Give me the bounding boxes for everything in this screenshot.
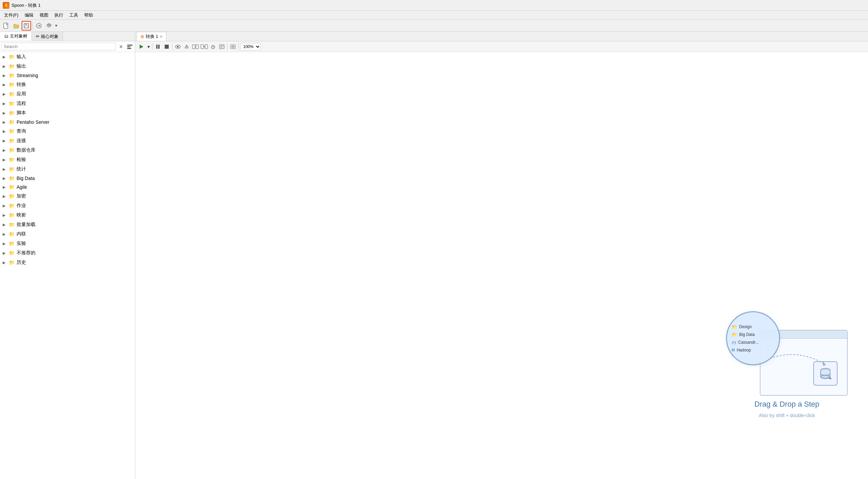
svg-point-32 — [821, 375, 830, 379]
svg-rect-18 — [201, 45, 204, 49]
timer-btn[interactable] — [209, 43, 217, 51]
tree-item[interactable]: ▶ 📁 输出 — [0, 62, 135, 71]
svg-rect-7 — [127, 48, 131, 49]
ctb-sep1 — [152, 43, 153, 50]
expand-arrow-3: ▶ — [3, 83, 7, 87]
dnd-bigdata-label: Big Data — [739, 332, 755, 337]
tree-item[interactable]: ▶ 📁 脚本 — [0, 108, 135, 118]
dnd-subtitle: Also try shift + double-click — [759, 413, 815, 418]
folder-icon-12: 📁 — [9, 166, 15, 172]
open-file-button[interactable] — [11, 21, 21, 30]
canvas-tab-close[interactable]: ✕ — [160, 35, 163, 39]
main-layout: 🗂 主对象树 ✏ 核心对象 ✕ ▶ 📁 输入 — [0, 32, 868, 479]
tab-core-objects[interactable]: ✏ 核心对象 — [32, 32, 63, 41]
svg-marker-34 — [822, 361, 826, 366]
svg-rect-2 — [25, 23, 27, 25]
run-button[interactable] — [137, 43, 145, 51]
svg-rect-9 — [156, 45, 158, 49]
search-clear-button[interactable]: ✕ — [117, 43, 125, 50]
tree-item[interactable]: ▶ 📁 作业 — [0, 201, 135, 210]
tab-core-objects-label: 核心对象 — [41, 33, 58, 40]
tree-item[interactable]: ▶ 📁 实验 — [0, 239, 135, 248]
search-bar: ✕ — [0, 41, 135, 52]
svg-rect-28 — [233, 45, 235, 46]
tree-item[interactable]: ▶ 📁 不推荐的 — [0, 248, 135, 258]
menu-view[interactable]: 视图 — [37, 12, 51, 19]
stop-button[interactable] — [163, 43, 171, 51]
tree-item[interactable]: ▶ 📁 转换 — [0, 80, 135, 89]
tree-item[interactable]: ▶ 📁 应用 — [0, 89, 135, 99]
svg-rect-0 — [4, 23, 8, 28]
tree-item-label-13: Big Data — [17, 176, 35, 181]
ctb-sep4 — [238, 43, 239, 50]
tree-item[interactable]: ▶ 📁 输入 — [0, 52, 135, 62]
tree-item[interactable]: ▶ 📁 Big Data — [0, 174, 135, 183]
flow-btn[interactable] — [200, 43, 208, 51]
layers-arrow[interactable]: ▾ — [55, 23, 57, 28]
folder-icon-0: 📁 — [9, 54, 15, 60]
tree-item-label-21: 不推荐的 — [17, 250, 36, 256]
tree-item-label-2: Streaming — [17, 73, 38, 78]
tree-item[interactable]: ▶ 📁 流程 — [0, 99, 135, 108]
svg-rect-30 — [233, 47, 235, 49]
step-btn[interactable] — [191, 43, 200, 51]
tree-item[interactable]: ▶ 📁 加密 — [0, 191, 135, 201]
new-file-button[interactable] — [1, 21, 11, 30]
svg-rect-29 — [231, 47, 233, 49]
grid-btn[interactable] — [229, 43, 237, 51]
save-button[interactable] — [22, 21, 31, 30]
tree-item[interactable]: ▶ 📁 映射 — [0, 210, 135, 220]
folder-icon-2: 📁 — [9, 73, 15, 78]
canvas-tab-transform1[interactable]: ⚙ 转换 1 ✕ — [137, 32, 166, 41]
tree-item-label-17: 映射 — [17, 212, 26, 218]
transform-button[interactable] — [34, 21, 44, 30]
tree-item[interactable]: ▶ 📁 数据仓库 — [0, 145, 135, 155]
svg-marker-8 — [140, 45, 143, 49]
main-toolbar: ▾ — [0, 20, 868, 32]
tree-item[interactable]: ▶ 📁 Streaming — [0, 71, 135, 80]
folder-icon-5: 📁 — [9, 101, 15, 106]
expand-arrow-0: ▶ — [3, 55, 7, 59]
log-btn[interactable] — [218, 43, 226, 51]
tree-item-label-15: 加密 — [17, 193, 26, 199]
tab-main-objects[interactable]: 🗂 主对象树 — [0, 32, 32, 41]
pause-button[interactable] — [154, 43, 162, 51]
expand-arrow-16: ▶ — [3, 204, 7, 208]
menu-tools[interactable]: 工具 — [67, 12, 81, 19]
tree-item[interactable]: ▶ 📁 统计 — [0, 164, 135, 174]
tree-item[interactable]: ▶ 📁 连接 — [0, 136, 135, 145]
tree-item[interactable]: ▶ 📁 Pentaho Server — [0, 118, 135, 127]
tree-item[interactable]: ▶ 📁 内联 — [0, 229, 135, 239]
tree-item[interactable]: ▶ 📁 历史 — [0, 258, 135, 267]
canvas-tab-label: 转换 1 — [146, 33, 158, 40]
toolbar-sep-1 — [32, 22, 33, 30]
folder-icon-8: 📁 — [9, 129, 15, 134]
menu-edit[interactable]: 编辑 — [22, 12, 36, 19]
zoom-select[interactable]: 50% 75% 100% 125% 150% 200% — [240, 43, 261, 50]
dnd-circle-bigdata: 📁 Big Data — [732, 332, 755, 337]
tree-item-label-16: 作业 — [17, 203, 26, 209]
tree-item-label-19: 内联 — [17, 231, 26, 237]
tree-item-label-14: Agile — [17, 184, 27, 190]
tree-item[interactable]: ▶ 📁 查询 — [0, 127, 135, 136]
expand-arrow-20: ▶ — [3, 242, 7, 246]
dnd-circle-cassandra: 🗃 Cassandr... — [732, 340, 759, 345]
canvas-area[interactable]: 📁 Design 📁 Big Data 🗃 Cassandr... H — [135, 52, 868, 479]
tree-item[interactable]: ▶ 📁 Agile — [0, 183, 135, 191]
layers-button[interactable] — [44, 21, 54, 30]
panel-tabs: 🗂 主对象树 ✏ 核心对象 — [0, 32, 135, 41]
preview-button[interactable] — [174, 43, 182, 51]
run-dropdown[interactable]: ▾ — [146, 43, 151, 51]
tree-list: ▶ 📁 输入 ▶ 📁 输出 ▶ 📁 Streaming ▶ 📁 转换 ▶ 📁 应… — [0, 52, 135, 479]
search-expand-button[interactable] — [126, 43, 134, 50]
svg-rect-6 — [127, 46, 131, 47]
menu-file[interactable]: 文件(F) — [1, 12, 21, 19]
tree-item[interactable]: ▶ 📁 批量加载 — [0, 220, 135, 229]
tree-item[interactable]: ▶ 📁 检验 — [0, 155, 135, 164]
folder-icon-3: 📁 — [9, 82, 15, 87]
folder-icon-11: 📁 — [9, 157, 15, 162]
search-input[interactable] — [1, 43, 116, 50]
menu-help[interactable]: 帮助 — [81, 12, 96, 19]
debug-button[interactable] — [183, 43, 191, 51]
menu-run[interactable]: 执行 — [52, 12, 66, 19]
